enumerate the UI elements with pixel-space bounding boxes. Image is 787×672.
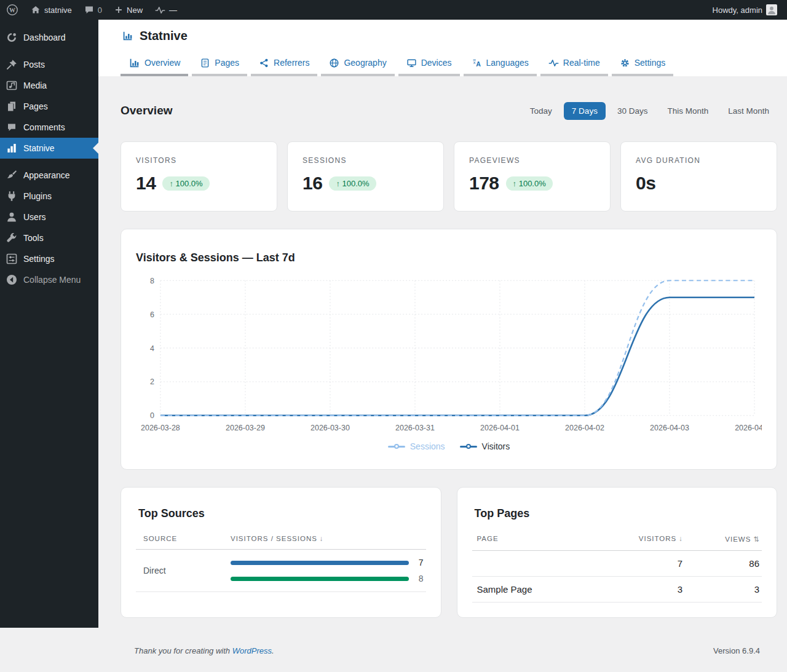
page-name: Sample Page [475,584,612,595]
comments-menu[interactable]: 0 [78,0,108,20]
legend-item-visitors[interactable]: Visitors [460,441,510,451]
visitors-bar [231,561,409,565]
sidebar-item-tools[interactable]: Tools [0,227,98,248]
section-heading: Overview [121,104,173,117]
realtime-indicator[interactable]: — [149,0,183,20]
dashboard-icon [0,31,23,44]
sidebar-item-users[interactable]: Users [0,207,98,227]
sort-both-icon: ⇅ [753,536,759,543]
tab-overview[interactable]: Overview [121,49,188,76]
sidebar-item-label: Plugins [23,191,52,201]
page-views: 86 [682,558,759,569]
svg-text:2026-03-30: 2026-03-30 [310,424,350,432]
svg-text:2026-03-29: 2026-03-29 [226,424,265,432]
sidebar-item-label: Statnive [23,143,55,153]
date-range-picker: Today7 Days30 DaysThis MonthLast Month [522,102,777,120]
wordpress-logo-menu[interactable]: W [0,0,25,20]
column-header-visitors-sessions[interactable]: VISITORS / SESSIONS↓ [231,535,424,542]
stat-label: SESSIONS [303,156,429,165]
tab-label: Overview [144,58,180,68]
footer-thanks: Thank you for creating with WordPress. [134,646,274,655]
menu-separator [0,48,98,54]
column-header-source[interactable]: SOURCE [138,535,231,542]
comment-icon [0,122,23,132]
sidebar-item-appearance[interactable]: Appearance [0,165,98,186]
tab-label: Settings [635,58,666,68]
svg-text:2026-04-03: 2026-04-03 [735,424,762,432]
bar-track [231,561,409,565]
sidebar-item-plugins[interactable]: Plugins [0,186,98,207]
sidebar-item-pages[interactable]: Pages [0,96,98,117]
tab-settings[interactable]: Settings [612,49,674,76]
source-bars: 78 [231,558,424,583]
tab-referrers[interactable]: Referrers [251,49,317,76]
legend-point-icon [394,444,399,449]
sidebar-item-media[interactable]: Media [0,75,98,96]
sidebar-item-label: Media [23,81,47,90]
svg-text:2026-03-28: 2026-03-28 [141,424,180,432]
svg-text:2026-04-03: 2026-04-03 [650,424,689,432]
svg-text:2026-04-01: 2026-04-01 [480,424,520,432]
tab-label: Referrers [274,58,309,68]
sort-desc-icon: ↓ [320,535,323,542]
sidebar-item-statnive[interactable]: Statnive [0,138,98,159]
tab-languages[interactable]: xALanguages [464,49,537,76]
svg-text:A: A [476,60,481,68]
pin-icon [0,58,23,71]
stat-value: 14 [136,173,156,194]
stat-card-avg-duration: AVG DURATION0s [620,141,777,211]
page-title: Statnive [140,29,188,43]
sidebar-item-settings[interactable]: Settings [0,248,98,269]
range-button-today[interactable]: Today [522,102,560,120]
tab-pages[interactable]: Pages [192,49,247,76]
sidebar-item-collapse-menu[interactable]: Collapse Menu [0,269,98,290]
stat-value-row: 0s [636,173,762,194]
account-menu[interactable]: Howdy, admin [706,0,783,20]
column-header-views[interactable]: VIEWS⇅ [682,535,759,544]
stat-delta-badge: ↑ 100.0% [162,176,209,191]
stat-value-row: 178↑ 100.0% [469,173,595,194]
range-button-30-days[interactable]: 30 Days [609,102,656,120]
svg-text:2026-04-02: 2026-04-02 [565,424,604,432]
legend-line-marker [460,446,477,448]
legend-item-sessions[interactable]: Sessions [388,441,445,451]
svg-text:x: x [473,59,475,65]
tab-label: Geography [344,58,386,68]
wordpress-link[interactable]: WordPress [232,646,272,655]
bar-track [231,577,409,581]
plug-icon [0,190,23,202]
svg-text:2026-03-31: 2026-03-31 [395,424,435,432]
sidebar-item-comments[interactable]: Comments [0,117,98,138]
sessions-bar [231,577,409,581]
tab-geography[interactable]: Geography [321,49,394,76]
sidebar-item-label: Posts [23,60,45,69]
sidebar-item-posts[interactable]: Posts [0,54,98,75]
range-button-last-month[interactable]: Last Month [720,102,777,120]
sidebar-item-label: Appearance [23,170,70,180]
admin-sidebar: DashboardPostsMediaPagesCommentsStatnive… [0,20,98,628]
tab-label: Languages [486,58,529,68]
site-name-menu[interactable]: statnive [25,0,78,20]
column-header-visitors[interactable]: VISITORS↓ [612,535,682,544]
stat-delta-badge: ↑ 100.0% [329,176,376,191]
column-header-page[interactable]: PAGE [475,535,612,544]
overview-icon [129,57,140,69]
sidebar-item-label: Users [23,212,46,222]
svg-text:4: 4 [150,344,154,353]
stat-label: VISITORS [136,156,262,165]
stat-card-pageviews: PAGEVIEWS178↑ 100.0% [454,141,611,211]
sessions-bar-line: 8 [231,574,424,583]
page-visitors: 3 [612,584,682,595]
tab-devices[interactable]: Devices [398,49,460,76]
visitors-sessions-line-chart: 024682026-03-282026-03-292026-03-302026-… [136,277,762,438]
avatar [766,4,777,15]
legend-point-icon [466,444,471,449]
new-content-menu[interactable]: New [108,0,149,20]
chart-area: 024682026-03-282026-03-292026-03-302026-… [136,277,762,438]
sidebar-item-dashboard[interactable]: Dashboard [0,27,98,48]
svg-text:0: 0 [150,411,154,420]
tab-real-time[interactable]: Real-time [540,49,608,76]
tab-label: Devices [421,58,452,68]
range-button-7-days[interactable]: 7 Days [564,102,606,120]
range-button-this-month[interactable]: This Month [659,102,716,120]
